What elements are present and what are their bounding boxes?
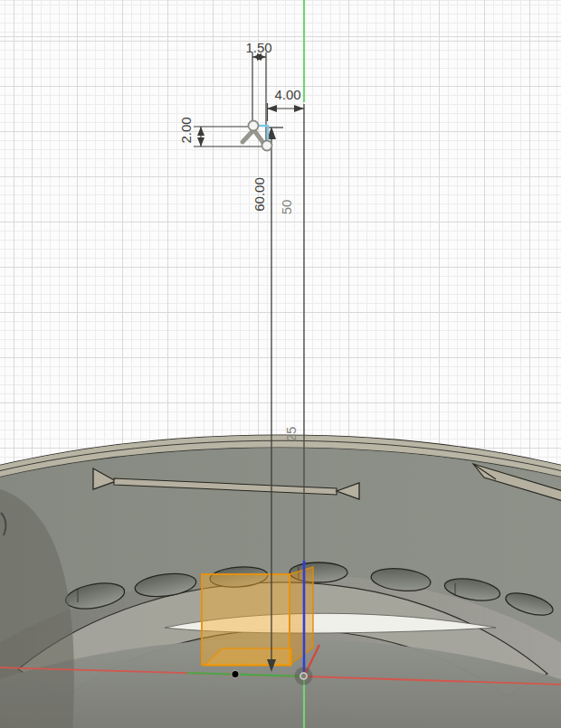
- dimension-4[interactable]: [267, 103, 304, 121]
- dimension-label-60-00[interactable]: 60.00: [252, 177, 267, 212]
- arrowhead-up: [197, 127, 204, 136]
- sketch-point-on-axis[interactable]: [232, 670, 239, 677]
- reference-label-25[interactable]: 25: [283, 427, 299, 442]
- arrowhead-left: [267, 105, 277, 112]
- reference-label-50[interactable]: 50: [279, 200, 294, 215]
- sketch-point[interactable]: [249, 121, 259, 131]
- cad-canvas[interactable]: 1.50 4.00 2.00 60.00 50 25: [0, 0, 561, 728]
- dimension-label-2-00[interactable]: 2.00: [178, 117, 194, 143]
- arrowhead-down: [197, 137, 204, 147]
- profile-line[interactable]: [253, 129, 263, 143]
- dimension-label-4-00[interactable]: 4.00: [274, 87, 300, 102]
- sketch-point[interactable]: [262, 141, 272, 151]
- arrowhead-right: [294, 105, 304, 112]
- highlight-body-preview[interactable]: [202, 567, 313, 666]
- sketch-origin[interactable]: [295, 667, 313, 685]
- highlight-side-face[interactable]: [290, 567, 313, 665]
- dimension-label-1-50[interactable]: 1.50: [245, 40, 271, 55]
